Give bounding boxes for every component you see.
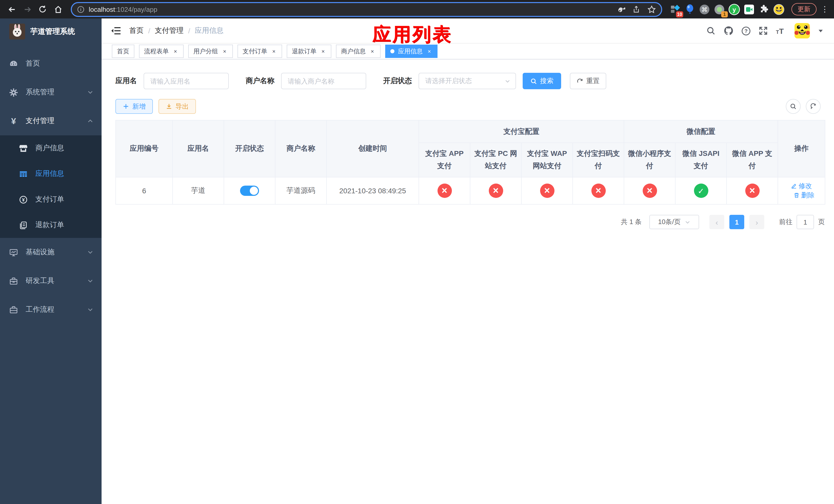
browser-back-button[interactable] xyxy=(5,3,19,16)
breadcrumb-home[interactable]: 首页 xyxy=(129,26,144,36)
help-icon[interactable]: ? xyxy=(741,26,751,36)
extension-balloon-icon[interactable] xyxy=(683,3,696,16)
header-search-icon[interactable] xyxy=(706,26,716,36)
col-wechat-mini: 微信小程序支付 xyxy=(624,143,675,177)
cell-wechat-jsapi xyxy=(675,177,727,204)
gear-icon xyxy=(9,88,18,97)
cell-alipay-pc xyxy=(470,177,521,204)
url-text[interactable]: localhost:1024/pay/app xyxy=(89,5,157,13)
next-page-button[interactable]: › xyxy=(749,215,764,229)
tab-home[interactable]: 首页 xyxy=(112,45,134,58)
tab-app-info[interactable]: 应用信息× xyxy=(385,45,438,58)
sidebar-subitem-pay-order[interactable]: ¥ 支付订单 xyxy=(0,187,102,212)
row-enabled-toggle[interactable] xyxy=(240,186,259,196)
tab-refund-order[interactable]: 退款订单× xyxy=(287,45,331,58)
extension-badge: 10 xyxy=(676,11,683,17)
search-button-label: 搜索 xyxy=(540,76,553,86)
sidebar-item-payment[interactable]: ¥ 支付管理 xyxy=(0,107,102,135)
delete-link[interactable]: 删除 xyxy=(793,191,814,200)
reset-button-label: 重置 xyxy=(586,76,599,86)
status-cross-icon xyxy=(437,184,452,198)
edit-link-label: 修改 xyxy=(798,182,812,191)
merchant-name-label: 商户名称 xyxy=(246,76,275,86)
tab-pay-order[interactable]: 支付订单× xyxy=(238,45,282,58)
browser-menu-dots-icon[interactable]: ⋮ xyxy=(821,5,829,14)
sidebar-item-label: 研发工具 xyxy=(26,276,80,285)
page-size-select[interactable]: 10条/页 xyxy=(649,215,699,229)
sidebar-item-workflow[interactable]: 工作流程 xyxy=(0,295,102,324)
cell-app-name: 芋道 xyxy=(173,177,224,204)
browser-reload-button[interactable] xyxy=(36,3,49,16)
goto-page-input[interactable] xyxy=(796,215,814,229)
tab-process-form[interactable]: 流程表单× xyxy=(139,45,184,58)
bookmark-star-icon[interactable] xyxy=(647,5,656,14)
close-icon[interactable]: × xyxy=(271,48,277,54)
profile-smiley-icon[interactable] xyxy=(772,3,785,16)
extension-chat-icon[interactable] xyxy=(743,3,755,16)
sidebar-item-devtools[interactable]: 研发工具 xyxy=(0,267,102,295)
search-button[interactable]: 搜索 xyxy=(523,73,561,89)
breadcrumb-payment[interactable]: 支付管理 xyxy=(155,26,184,36)
chevron-up-icon xyxy=(87,118,93,124)
svg-text:?: ? xyxy=(744,28,747,33)
close-icon[interactable]: × xyxy=(320,48,326,54)
extension-proxy-icon[interactable]: 1 xyxy=(713,3,726,16)
add-button-label: 新增 xyxy=(132,102,146,111)
github-icon[interactable] xyxy=(723,26,733,36)
merchant-name-input[interactable] xyxy=(281,73,366,89)
tab-label: 流程表单 xyxy=(144,47,169,55)
browser-home-button[interactable] xyxy=(51,3,65,16)
filter-form: 应用名 商户名称 开启状态 请选择开启状态 搜索 xyxy=(115,73,821,89)
sidebar-item-infrastructure[interactable]: 基础设施 xyxy=(0,238,102,267)
browser-forward-button[interactable] xyxy=(21,3,34,16)
page-1-button[interactable]: 1 xyxy=(729,215,744,229)
col-merchant: 商户名称 xyxy=(275,120,327,177)
refresh-table-button[interactable] xyxy=(806,99,821,114)
extension-command-icon[interactable]: ⌘ xyxy=(698,3,711,16)
add-button[interactable]: 新增 xyxy=(115,99,153,114)
browser-update-button[interactable]: 更新 xyxy=(791,3,816,15)
sidebar-item-system[interactable]: 系统管理 xyxy=(0,78,102,107)
reset-button[interactable]: 重置 xyxy=(570,73,606,89)
fullscreen-icon[interactable] xyxy=(758,26,768,36)
sidebar-item-home[interactable]: 首页 xyxy=(0,49,102,78)
user-avatar[interactable] xyxy=(794,23,810,39)
goto-unit: 页 xyxy=(818,217,825,227)
close-icon[interactable]: × xyxy=(426,48,432,54)
close-icon[interactable]: × xyxy=(369,48,375,54)
sidebar-subitem-app-info[interactable]: 应用信息 xyxy=(0,161,102,187)
tab-merchant-info[interactable]: 商户信息× xyxy=(336,45,380,58)
share-icon[interactable] xyxy=(632,5,640,13)
extension-y-icon[interactable]: y xyxy=(728,3,741,16)
app-name-input[interactable] xyxy=(144,73,229,89)
documents-icon xyxy=(19,221,28,229)
close-icon[interactable]: × xyxy=(222,48,228,54)
close-icon[interactable]: × xyxy=(172,48,178,54)
dashboard-icon xyxy=(9,59,18,68)
col-wechat-jsapi: 微信 JSAPI 支付 xyxy=(675,143,727,177)
avatar-dropdown-caret-icon[interactable] xyxy=(819,29,823,32)
font-size-icon[interactable]: TT xyxy=(776,26,784,35)
info-icon[interactable] xyxy=(77,5,85,13)
extension-sketch-icon[interactable]: 10 xyxy=(668,3,681,16)
tab-user-group[interactable]: 用户分组× xyxy=(188,45,233,58)
chevron-down-icon xyxy=(685,219,690,225)
extensions-puzzle-icon[interactable] xyxy=(758,3,770,16)
cell-wechat-mini xyxy=(624,177,675,204)
prev-page-button[interactable]: ‹ xyxy=(709,215,724,229)
cell-status xyxy=(224,177,275,204)
password-key-icon[interactable] xyxy=(616,5,625,14)
app-logo-row[interactable]: 芋道管理系统 xyxy=(0,19,102,44)
toggle-knob xyxy=(250,187,258,195)
url-bar[interactable]: localhost:1024/pay/app xyxy=(71,2,662,17)
sidebar-collapse-button[interactable] xyxy=(111,26,121,36)
total-count: 共 1 条 xyxy=(621,217,642,227)
sidebar-subitem-merchant[interactable]: 商户信息 xyxy=(0,135,102,161)
edit-link[interactable]: 修改 xyxy=(791,182,812,191)
cell-alipay-qr xyxy=(573,177,624,204)
status-select[interactable]: 请选择开启状态 xyxy=(419,73,516,89)
toggle-search-button[interactable] xyxy=(786,99,801,114)
sidebar-subitem-refund-order[interactable]: 退款订单 xyxy=(0,212,102,238)
export-button[interactable]: 导出 xyxy=(158,99,196,114)
grid-icon xyxy=(19,169,28,178)
